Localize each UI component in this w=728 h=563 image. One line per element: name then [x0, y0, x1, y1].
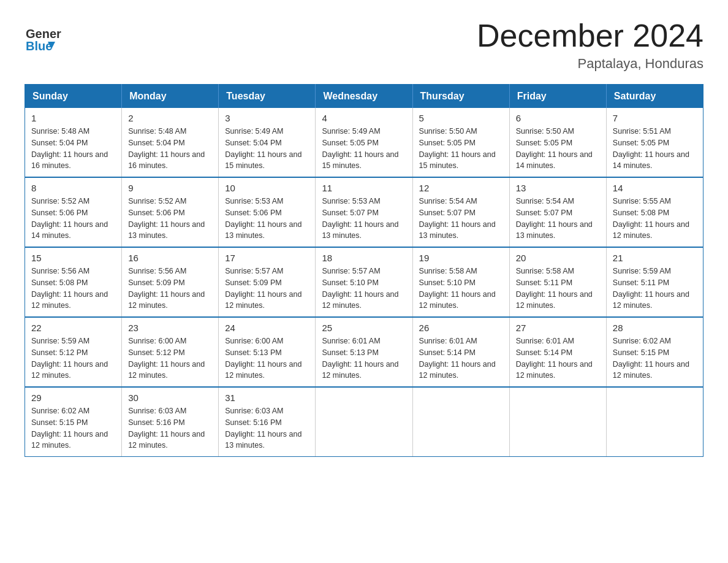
- day-info: Sunrise: 6:03 AMSunset: 5:16 PMDaylight:…: [128, 405, 212, 451]
- calendar-week-row: 1 Sunrise: 5:48 AMSunset: 5:04 PMDayligh…: [25, 108, 703, 177]
- calendar-cell: [606, 387, 703, 457]
- header-friday: Friday: [509, 85, 606, 109]
- calendar-cell: [412, 387, 509, 457]
- day-number: 18: [322, 253, 406, 263]
- header-wednesday: Wednesday: [316, 85, 412, 109]
- logo-icon: General Blue: [25, 18, 61, 55]
- calendar-cell: 5 Sunrise: 5:50 AMSunset: 5:05 PMDayligh…: [412, 108, 509, 177]
- day-info: Sunrise: 5:57 AMSunset: 5:10 PMDaylight:…: [322, 266, 406, 312]
- day-number: 20: [516, 253, 600, 263]
- day-info: Sunrise: 6:02 AMSunset: 5:15 PMDaylight:…: [31, 405, 115, 451]
- day-number: 6: [516, 113, 600, 123]
- calendar-cell: [509, 387, 606, 457]
- day-number: 13: [516, 183, 600, 193]
- calendar-cell: 19 Sunrise: 5:58 AMSunset: 5:10 PMDaylig…: [412, 247, 509, 317]
- calendar-cell: 21 Sunrise: 5:59 AMSunset: 5:11 PMDaylig…: [606, 247, 703, 317]
- day-number: 21: [613, 253, 697, 263]
- day-number: 9: [128, 183, 212, 193]
- calendar-cell: 10 Sunrise: 5:53 AMSunset: 5:06 PMDaylig…: [219, 177, 316, 247]
- day-number: 30: [128, 393, 212, 403]
- day-number: 3: [225, 113, 309, 123]
- calendar-week-row: 29 Sunrise: 6:02 AMSunset: 5:15 PMDaylig…: [25, 387, 703, 457]
- day-number: 8: [31, 183, 115, 193]
- calendar-cell: 9 Sunrise: 5:52 AMSunset: 5:06 PMDayligh…: [122, 177, 219, 247]
- day-info: Sunrise: 5:55 AMSunset: 5:08 PMDaylight:…: [613, 196, 697, 242]
- calendar-table: SundayMondayTuesdayWednesdayThursdayFrid…: [25, 84, 703, 457]
- header-saturday: Saturday: [606, 85, 703, 109]
- day-info: Sunrise: 5:54 AMSunset: 5:07 PMDaylight:…: [516, 196, 600, 242]
- day-number: 1: [31, 113, 115, 123]
- calendar-cell: 31 Sunrise: 6:03 AMSunset: 5:16 PMDaylig…: [219, 387, 316, 457]
- calendar-cell: 30 Sunrise: 6:03 AMSunset: 5:16 PMDaylig…: [122, 387, 219, 457]
- day-number: 12: [419, 183, 503, 193]
- calendar-cell: 1 Sunrise: 5:48 AMSunset: 5:04 PMDayligh…: [25, 108, 122, 177]
- day-info: Sunrise: 5:51 AMSunset: 5:05 PMDaylight:…: [613, 126, 697, 172]
- header-tuesday: Tuesday: [219, 85, 316, 109]
- calendar-cell: 23 Sunrise: 6:00 AMSunset: 5:12 PMDaylig…: [122, 317, 219, 387]
- day-info: Sunrise: 5:49 AMSunset: 5:05 PMDaylight:…: [322, 126, 406, 172]
- day-info: Sunrise: 5:50 AMSunset: 5:05 PMDaylight:…: [516, 126, 600, 172]
- calendar-cell: 24 Sunrise: 6:00 AMSunset: 5:13 PMDaylig…: [219, 317, 316, 387]
- day-number: 2: [128, 113, 212, 123]
- day-info: Sunrise: 5:59 AMSunset: 5:11 PMDaylight:…: [613, 266, 697, 312]
- day-number: 23: [128, 323, 212, 333]
- day-number: 4: [322, 113, 406, 123]
- day-info: Sunrise: 5:52 AMSunset: 5:06 PMDaylight:…: [128, 196, 212, 242]
- calendar-week-row: 22 Sunrise: 5:59 AMSunset: 5:12 PMDaylig…: [25, 317, 703, 387]
- header-thursday: Thursday: [412, 85, 509, 109]
- day-number: 22: [31, 323, 115, 333]
- calendar-cell: 13 Sunrise: 5:54 AMSunset: 5:07 PMDaylig…: [509, 177, 606, 247]
- calendar-cell: 18 Sunrise: 5:57 AMSunset: 5:10 PMDaylig…: [316, 247, 412, 317]
- day-info: Sunrise: 6:01 AMSunset: 5:13 PMDaylight:…: [322, 335, 406, 381]
- day-number: 15: [31, 253, 115, 263]
- day-number: 16: [128, 253, 212, 263]
- day-info: Sunrise: 5:48 AMSunset: 5:04 PMDaylight:…: [31, 126, 115, 172]
- calendar-week-row: 8 Sunrise: 5:52 AMSunset: 5:06 PMDayligh…: [25, 177, 703, 247]
- header-sunday: Sunday: [25, 85, 122, 109]
- header-monday: Monday: [122, 85, 219, 109]
- calendar-cell: 3 Sunrise: 5:49 AMSunset: 5:04 PMDayligh…: [219, 108, 316, 177]
- day-info: Sunrise: 5:52 AMSunset: 5:06 PMDaylight:…: [31, 196, 115, 242]
- day-info: Sunrise: 5:56 AMSunset: 5:09 PMDaylight:…: [128, 266, 212, 312]
- day-info: Sunrise: 5:56 AMSunset: 5:08 PMDaylight:…: [31, 266, 115, 312]
- day-number: 5: [419, 113, 503, 123]
- day-number: 31: [225, 393, 309, 403]
- calendar-cell: 7 Sunrise: 5:51 AMSunset: 5:05 PMDayligh…: [606, 108, 703, 177]
- day-info: Sunrise: 5:53 AMSunset: 5:06 PMDaylight:…: [225, 196, 309, 242]
- calendar-cell: 12 Sunrise: 5:54 AMSunset: 5:07 PMDaylig…: [412, 177, 509, 247]
- calendar-cell: 8 Sunrise: 5:52 AMSunset: 5:06 PMDayligh…: [25, 177, 122, 247]
- calendar-cell: 2 Sunrise: 5:48 AMSunset: 5:04 PMDayligh…: [122, 108, 219, 177]
- day-number: 24: [225, 323, 309, 333]
- calendar-cell: 14 Sunrise: 5:55 AMSunset: 5:08 PMDaylig…: [606, 177, 703, 247]
- day-number: 26: [419, 323, 503, 333]
- day-info: Sunrise: 5:50 AMSunset: 5:05 PMDaylight:…: [419, 126, 503, 172]
- calendar-cell: 17 Sunrise: 5:57 AMSunset: 5:09 PMDaylig…: [219, 247, 316, 317]
- day-number: 25: [322, 323, 406, 333]
- calendar-cell: [316, 387, 412, 457]
- day-info: Sunrise: 5:49 AMSunset: 5:04 PMDaylight:…: [225, 126, 309, 172]
- calendar-cell: 11 Sunrise: 5:53 AMSunset: 5:07 PMDaylig…: [316, 177, 412, 247]
- day-info: Sunrise: 5:57 AMSunset: 5:09 PMDaylight:…: [225, 266, 309, 312]
- calendar-cell: 4 Sunrise: 5:49 AMSunset: 5:05 PMDayligh…: [316, 108, 412, 177]
- calendar-cell: 22 Sunrise: 5:59 AMSunset: 5:12 PMDaylig…: [25, 317, 122, 387]
- day-number: 14: [613, 183, 697, 193]
- calendar-week-row: 15 Sunrise: 5:56 AMSunset: 5:08 PMDaylig…: [25, 247, 703, 317]
- calendar-cell: 15 Sunrise: 5:56 AMSunset: 5:08 PMDaylig…: [25, 247, 122, 317]
- day-number: 28: [613, 323, 697, 333]
- day-info: Sunrise: 6:03 AMSunset: 5:16 PMDaylight:…: [225, 405, 309, 451]
- day-number: 19: [419, 253, 503, 263]
- day-info: Sunrise: 5:48 AMSunset: 5:04 PMDaylight:…: [128, 126, 212, 172]
- day-number: 29: [31, 393, 115, 403]
- day-info: Sunrise: 6:01 AMSunset: 5:14 PMDaylight:…: [516, 335, 600, 381]
- page-title: December 2024: [477, 18, 703, 53]
- calendar-cell: 29 Sunrise: 6:02 AMSunset: 5:15 PMDaylig…: [25, 387, 122, 457]
- calendar-cell: 16 Sunrise: 5:56 AMSunset: 5:09 PMDaylig…: [122, 247, 219, 317]
- calendar-cell: 27 Sunrise: 6:01 AMSunset: 5:14 PMDaylig…: [509, 317, 606, 387]
- svg-text:General: General: [26, 27, 61, 40]
- calendar-cell: 25 Sunrise: 6:01 AMSunset: 5:13 PMDaylig…: [316, 317, 412, 387]
- day-number: 27: [516, 323, 600, 333]
- day-number: 10: [225, 183, 309, 193]
- calendar-header-row: SundayMondayTuesdayWednesdayThursdayFrid…: [25, 85, 703, 109]
- day-info: Sunrise: 5:58 AMSunset: 5:10 PMDaylight:…: [419, 266, 503, 312]
- calendar-cell: 6 Sunrise: 5:50 AMSunset: 5:05 PMDayligh…: [509, 108, 606, 177]
